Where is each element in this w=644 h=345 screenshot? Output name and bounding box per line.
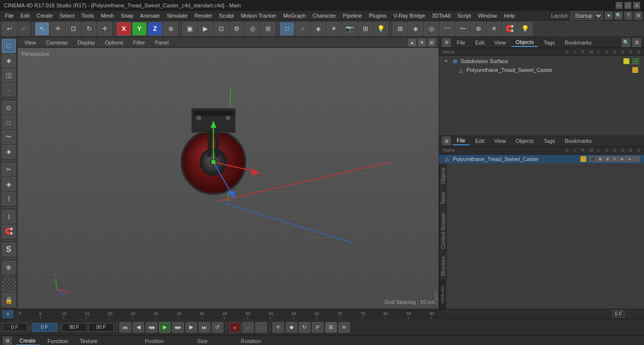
render-all-button[interactable]: ⊡	[214, 22, 228, 36]
mat-tb-btn[interactable]: ⚙	[3, 337, 12, 345]
menu-help[interactable]: Help	[501, 12, 518, 20]
poly-sel-btn[interactable]: ◈	[2, 145, 16, 159]
render-settings-button[interactable]: ⚙	[229, 22, 244, 36]
obj-tab-view[interactable]: View	[490, 39, 510, 46]
render-active-button[interactable]: ▶	[198, 22, 213, 36]
line-btn[interactable]: ⌇	[2, 210, 16, 224]
obj-tab-file[interactable]: File	[453, 39, 469, 46]
vp-tab-filter[interactable]: Filter	[129, 39, 149, 46]
vtab-attributes[interactable]: Attributes	[439, 280, 446, 309]
render-btn2[interactable]: ⊞	[358, 22, 373, 36]
mat-tab-tags[interactable]: Tags	[540, 137, 559, 145]
mat-tab-file[interactable]: File	[453, 137, 469, 145]
geo-btn[interactable]: ◈	[408, 22, 423, 36]
menu-edit[interactable]: Edit	[18, 12, 33, 20]
next-key-btn[interactable]: ◆▶	[172, 322, 184, 333]
menu-script[interactable]: Script	[454, 12, 474, 20]
motion2-btn[interactable]: ↻	[299, 322, 311, 333]
menu-mograph[interactable]: MoGraph	[280, 12, 309, 20]
minimize-button[interactable]: ─	[616, 2, 622, 9]
grid-btn[interactable]: ⊞	[393, 22, 407, 36]
deform-btn[interactable]: 〜	[455, 22, 470, 36]
xpresso-btn[interactable]: ✕	[487, 22, 501, 36]
mat-tab-objects[interactable]: Objects	[511, 137, 537, 145]
menu-file[interactable]: File	[2, 12, 17, 20]
sculpt-btn[interactable]: ⊕	[2, 261, 16, 275]
rect-sel-btn[interactable]: □	[2, 115, 16, 129]
mat-menu-btn[interactable]: ⚙	[442, 137, 451, 145]
z-axis-button[interactable]: Z	[148, 22, 162, 36]
free-sel-btn[interactable]: 〜	[2, 130, 16, 144]
mat-texture-tab[interactable]: Texture	[76, 337, 101, 345]
menu-3dtoall[interactable]: 3DToAll	[429, 12, 453, 20]
checker-btn[interactable]	[2, 278, 16, 292]
vp-tab-panel[interactable]: Panel	[151, 39, 173, 46]
render-morph-button[interactable]: ◎	[245, 22, 260, 36]
snap-btn[interactable]: 🧲	[502, 22, 517, 36]
menu-mesh[interactable]: Mesh	[98, 12, 117, 20]
mat-tab-edit[interactable]: Edit	[471, 137, 489, 145]
menu-animate[interactable]: Animate	[137, 12, 163, 20]
menu-select[interactable]: Select	[57, 12, 78, 20]
end-frame-min-input[interactable]	[62, 323, 87, 332]
vp-tab-options[interactable]: Options	[101, 39, 127, 46]
menu-simulate[interactable]: Simulate	[164, 12, 191, 20]
menu-pipeline[interactable]: Pipeline	[340, 12, 365, 20]
viewport[interactable]: Perspective Grid Spacing : 10 cm	[18, 48, 439, 309]
y-axis-button[interactable]: Y	[132, 22, 147, 36]
vp-ctrl-up[interactable]: ▲	[408, 39, 416, 46]
grid2-btn[interactable]: ⊞	[325, 322, 337, 333]
poly-btn[interactable]: ◎	[424, 22, 439, 36]
rec-pos-btn[interactable]: ○	[242, 322, 254, 333]
point-mode-btn[interactable]: ·	[2, 83, 16, 96]
select-tool-button[interactable]: ↖	[35, 22, 49, 36]
search-btn[interactable]: 🔍	[615, 12, 622, 20]
vp-ctrl-down[interactable]: ▼	[418, 39, 426, 46]
bevel-btn[interactable]: ◈	[2, 177, 16, 191]
multitool-button[interactable]: ✛	[97, 22, 112, 36]
close-button[interactable]: ✕	[633, 2, 640, 9]
effect-btn[interactable]: ⊕	[471, 22, 486, 36]
mat-func-tab[interactable]: Function	[44, 337, 72, 345]
menu-sculpt[interactable]: Sculpt	[216, 12, 237, 20]
curve-btn[interactable]: ≋	[338, 322, 350, 333]
menu-snap[interactable]: Snap	[118, 12, 136, 20]
menu-window[interactable]: Window	[475, 12, 500, 20]
maximize-button[interactable]: □	[624, 2, 631, 9]
bottom-obj-item[interactable]: △ Polyurethane_Tread_Swivel_Caster ⚫ ▣ ▦…	[439, 155, 644, 163]
loop-btn[interactable]: ↺	[212, 322, 223, 333]
play-btn[interactable]: ▶	[159, 322, 171, 333]
obj-tab-objects[interactable]: Objects	[511, 38, 537, 47]
key-btn[interactable]: ◆	[286, 322, 297, 333]
obj-tab-tags[interactable]: Tags	[540, 39, 559, 46]
rec-btn[interactable]: ●	[229, 322, 241, 333]
obj-panel-menu-btn[interactable]: ⚙	[442, 38, 451, 47]
motion-btn[interactable]: ✛	[272, 322, 284, 333]
render-view-button[interactable]: ⊞	[261, 22, 275, 36]
scale-tool-button[interactable]: ⊡	[66, 22, 81, 36]
vtab-structure[interactable]: Structure	[440, 253, 447, 280]
vp-tab-display[interactable]: Display	[73, 39, 99, 46]
render-region-button[interactable]: ▣	[182, 22, 197, 36]
x-axis-button[interactable]: X	[116, 22, 131, 36]
vtab-objects[interactable]: Objects	[440, 163, 447, 188]
menu-render[interactable]: Render	[192, 12, 215, 20]
edge-mode-btn[interactable]: ◫	[2, 69, 16, 82]
vp-tab-view[interactable]: View	[21, 39, 40, 46]
menu-plugins[interactable]: Plugins	[366, 12, 389, 20]
rotate-tool-button[interactable]: ↻	[82, 22, 96, 36]
vp-ctrl-grid[interactable]: ⊞	[428, 39, 436, 46]
material-btn[interactable]: ◈	[311, 22, 326, 36]
obj-item-subdivision[interactable]: ▼ ⊞ Subdivision Surface ✓	[440, 57, 643, 66]
lock-btn[interactable]: 🔒	[2, 293, 16, 307]
magnet-btn[interactable]: 🧲	[2, 225, 16, 238]
layout-arrow-btn[interactable]: ▼	[605, 12, 613, 20]
menu-vray[interactable]: V-Ray Bridge	[391, 12, 428, 20]
current-frame-input[interactable]	[32, 323, 57, 332]
end-frame-max-input[interactable]	[89, 323, 114, 332]
menu-create[interactable]: Create	[34, 12, 56, 20]
settings-icon-btn[interactable]: ⚙	[634, 12, 642, 20]
obj-item-caster[interactable]: △ Polyurethane_Tread_Swivel_Caster	[440, 66, 643, 74]
obj-config-btn[interactable]: ⚙	[632, 38, 641, 47]
prev-frame-btn[interactable]: ◀	[133, 322, 144, 333]
